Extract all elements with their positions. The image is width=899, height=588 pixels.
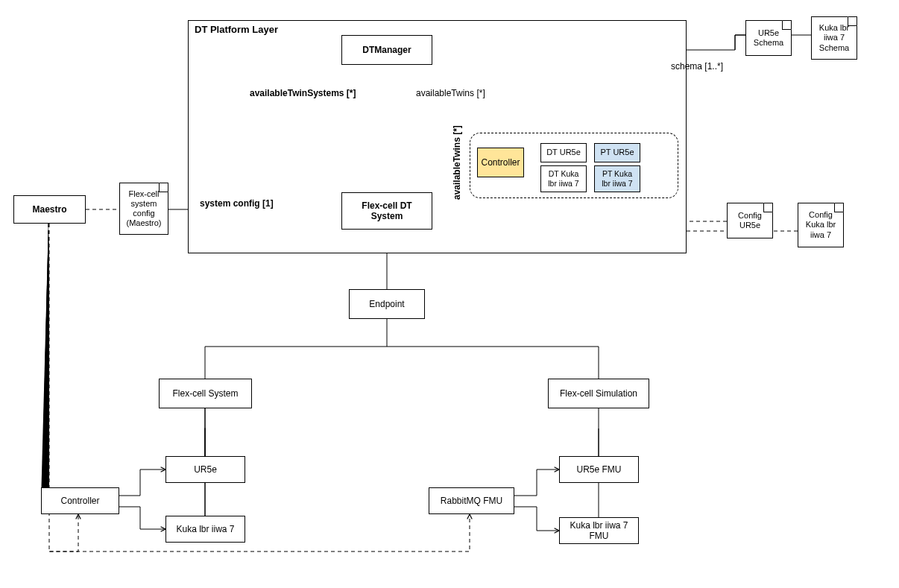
dtmanager-label: DTManager: [362, 45, 411, 55]
pt-ur5e-label: PT UR5e: [600, 148, 634, 157]
controller-label: Controller: [60, 496, 99, 506]
label-available-twins-v: availableTwins [*]: [452, 200, 526, 210]
endpoint-box: Endpoint: [349, 289, 425, 319]
rabbitmq-fmu-label: RabbitMQ FMU: [441, 496, 502, 506]
flexcell-dt-system-label: Flex-cell DT System: [345, 200, 429, 222]
label-system-config: system config [1]: [200, 198, 274, 209]
controller-inner-box: Controller: [477, 148, 524, 177]
rabbitmq-fmu-box: RabbitMQ FMU: [429, 487, 514, 514]
kuka-box: Kuka lbr iiwa 7: [165, 516, 245, 543]
ur5e-label: UR5e: [194, 464, 217, 475]
flexcell-system-box: Flex-cell System: [159, 379, 252, 408]
flexcell-system-label: Flex-cell System: [172, 388, 238, 399]
maestro-box: Maestro: [13, 195, 86, 224]
label-available-twin-systems-text: availableTwinSystems [*]: [250, 88, 356, 98]
controller-inner-label: Controller: [481, 157, 520, 168]
flexcell-config-note: Flex-cell system config (Maestro): [119, 183, 168, 235]
label-available-twin-systems: availableTwinSystems [*]: [250, 88, 356, 98]
config-kuka-note: Config Kuka lbr iiwa 7: [798, 203, 844, 247]
kuka-schema-note: Kuka lbr iiwa 7 Schema: [811, 16, 857, 60]
ur5e-schema-label: UR5e Schema: [751, 28, 786, 48]
pt-ur5e-box: PT UR5e: [594, 143, 640, 162]
dt-kuka-box: DT Kuka lbr iiwa 7: [540, 165, 587, 192]
label-system-config-text: system config [1]: [200, 198, 274, 209]
ur5e-fmu-label: UR5e FMU: [576, 464, 621, 475]
config-kuka-label: Config Kuka lbr iiwa 7: [803, 210, 839, 240]
pt-kuka-box: PT Kuka lbr iiwa 7: [594, 165, 640, 192]
config-ur5e-label: Config UR5e: [732, 211, 768, 230]
layer-title: DT Platform Layer: [195, 24, 278, 35]
label-schema-text: schema [1..*]: [671, 61, 723, 72]
flexcell-config-note-label: Flex-cell system config (Maestro): [124, 189, 163, 229]
label-available-twins-v-text: availableTwins [*]: [452, 125, 462, 200]
label-schema: schema [1..*]: [671, 61, 723, 72]
kuka-schema-label: Kuka lbr iiwa 7 Schema: [816, 23, 852, 53]
dt-ur5e-label: DT UR5e: [546, 148, 581, 157]
maestro-label: Maestro: [32, 204, 66, 215]
kuka-fmu-label: Kuka lbr iiwa 7 FMU: [563, 520, 635, 542]
label-available-twins-h-text: availableTwins [*]: [416, 88, 485, 98]
label-available-twins-h: availableTwins [*]: [416, 88, 485, 98]
flexcell-simulation-label: Flex-cell Simulation: [560, 388, 637, 399]
kuka-fmu-box: Kuka lbr iiwa 7 FMU: [559, 517, 639, 544]
flexcell-simulation-box: Flex-cell Simulation: [548, 379, 649, 408]
controller-box: Controller: [41, 487, 119, 514]
ur5e-box: UR5e: [165, 456, 245, 483]
dt-ur5e-box: DT UR5e: [540, 143, 587, 162]
config-ur5e-note: Config UR5e: [727, 203, 773, 238]
dt-kuka-label: DT Kuka lbr iiwa 7: [544, 169, 583, 188]
kuka-label: Kuka lbr iiwa 7: [176, 524, 234, 534]
ur5e-schema-note: UR5e Schema: [745, 20, 792, 56]
endpoint-label: Endpoint: [369, 299, 404, 309]
pt-kuka-label: PT Kuka lbr iiwa 7: [598, 169, 637, 188]
flexcell-dt-system-box: Flex-cell DT System: [341, 192, 432, 230]
diagram-stage: DT Platform Layer DTManager Flex-cell DT…: [0, 0, 899, 588]
ur5e-fmu-box: UR5e FMU: [559, 456, 639, 483]
dtmanager-box: DTManager: [341, 35, 432, 65]
